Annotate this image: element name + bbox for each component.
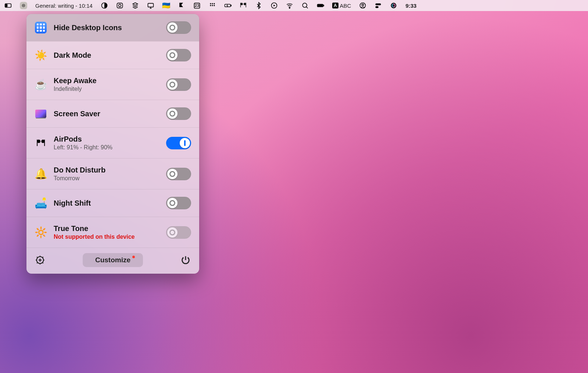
svg-rect-20 xyxy=(323,5,324,6)
row-subtitle: Left: 91% - Right: 90% xyxy=(54,144,159,151)
row-subtitle: Indefinitely xyxy=(54,86,159,92)
play-circle-icon[interactable] xyxy=(270,2,278,9)
row-keep-awake[interactable]: ☕️ Keep Awake Indefinitely xyxy=(26,69,199,100)
svg-point-23 xyxy=(362,4,364,6)
control-center-icon[interactable] xyxy=(374,2,382,9)
focus-status-text[interactable]: General: writing - 10:14 xyxy=(35,3,93,9)
user-icon[interactable] xyxy=(359,2,366,9)
row-screen-saver[interactable]: Screen Saver xyxy=(26,100,199,127)
calendar-icon[interactable]: 23 xyxy=(193,2,201,9)
wifi-icon[interactable] xyxy=(286,2,293,9)
grid-dots-icon[interactable] xyxy=(209,2,216,9)
svg-point-5 xyxy=(119,4,121,7)
flag-icon[interactable]: 🇺🇦 xyxy=(162,2,170,9)
menu-extra-1-icon[interactable] xyxy=(4,2,12,9)
svg-rect-24 xyxy=(376,3,381,5)
camera-shape-icon[interactable] xyxy=(116,2,123,9)
svg-point-8 xyxy=(210,3,211,4)
coffee-icon: ☕️ xyxy=(35,78,47,91)
toggle-dnd[interactable] xyxy=(166,168,191,180)
bell-icon: 🔔 xyxy=(35,168,47,180)
svg-point-13 xyxy=(214,5,215,6)
battery-charging-icon[interactable] xyxy=(224,2,232,9)
row-airpods[interactable]: ᖰᖳ AirPods Left: 91% - Right: 90% xyxy=(26,127,199,158)
row-title: Night Shift xyxy=(54,199,159,207)
airpods-icon[interactable]: ᖰᖳ xyxy=(240,2,247,9)
battery-full-icon[interactable] xyxy=(317,2,324,9)
screensaver-icon xyxy=(35,107,47,120)
bookmark-icon[interactable] xyxy=(178,2,185,9)
svg-point-9 xyxy=(212,3,213,4)
svg-rect-6 xyxy=(148,3,153,7)
row-subtitle: Not supported on this device xyxy=(54,234,159,240)
svg-point-30 xyxy=(39,259,41,261)
svg-point-11 xyxy=(210,5,211,6)
bluetooth-icon[interactable] xyxy=(255,2,262,9)
one-switch-icon[interactable] xyxy=(20,2,27,9)
grid-icon xyxy=(35,21,47,34)
svg-point-18 xyxy=(302,3,307,7)
row-dark-mode[interactable]: ☀️ Dark Mode xyxy=(26,41,199,69)
sun-icon: ☀️ xyxy=(35,49,47,61)
row-title: Do Not Disturb xyxy=(54,166,159,174)
row-true-tone[interactable]: 🔆 True Tone Not supported on this device xyxy=(26,217,199,248)
customize-label: Customize xyxy=(95,256,130,264)
svg-point-12 xyxy=(212,5,213,6)
row-title: AirPods xyxy=(54,135,159,143)
toggle-true-tone xyxy=(166,226,191,239)
menubar-clock[interactable]: 9:33 xyxy=(405,3,416,9)
calendar-day-label: 23 xyxy=(195,3,199,8)
svg-point-29 xyxy=(37,257,44,264)
lamp-icon: 🛋️ xyxy=(35,197,47,209)
menubar: General: writing - 10:14 🇺🇦 23 ᖰᖳ xyxy=(0,0,588,11)
toggle-airpods[interactable] xyxy=(166,137,191,149)
toggle-screen-saver[interactable] xyxy=(166,107,191,120)
row-do-not-disturb[interactable]: 🔔 Do Not Disturb Tomorrow xyxy=(26,158,199,189)
customize-button[interactable]: Customize xyxy=(83,253,143,267)
row-title: Dark Mode xyxy=(54,51,159,60)
settings-button[interactable] xyxy=(34,254,46,266)
svg-point-26 xyxy=(391,3,397,8)
svg-point-10 xyxy=(214,3,215,4)
row-title: Keep Awake xyxy=(54,77,159,85)
row-night-shift[interactable]: 🛋️ Night Shift xyxy=(26,189,199,217)
svg-rect-15 xyxy=(231,5,231,6)
one-switch-panel: Hide Desktop Icons ☀️ Dark Mode ☕️ Keep … xyxy=(26,14,199,274)
toggle-dark-mode[interactable] xyxy=(166,49,191,61)
input-source-icon[interactable]: A ABC xyxy=(332,2,351,9)
svg-rect-25 xyxy=(376,6,379,8)
svg-rect-1 xyxy=(6,4,7,7)
svg-point-17 xyxy=(289,8,290,8)
row-title: True Tone xyxy=(54,224,159,233)
display-icon[interactable] xyxy=(147,2,154,9)
search-icon[interactable] xyxy=(301,2,309,9)
input-source-label: ABC xyxy=(340,3,351,9)
notification-dot-icon xyxy=(132,256,135,258)
panel-footer: Customize xyxy=(26,248,199,274)
row-subtitle: Tomorrow xyxy=(54,175,159,182)
airpods-row-icon: ᖰᖳ xyxy=(35,137,47,149)
row-title: Hide Desktop Icons xyxy=(54,24,159,32)
true-tone-icon: 🔆 xyxy=(35,226,47,239)
toggle-keep-awake[interactable] xyxy=(166,78,191,91)
row-title: Screen Saver xyxy=(54,110,159,118)
toggle-night-shift[interactable] xyxy=(166,197,191,209)
toggle-hide-desktop-icons[interactable] xyxy=(166,21,191,34)
svg-point-2 xyxy=(22,4,25,7)
svg-rect-4 xyxy=(117,3,122,8)
row-hide-desktop-icons[interactable]: Hide Desktop Icons xyxy=(26,14,199,41)
power-button[interactable] xyxy=(179,254,192,266)
siri-icon[interactable] xyxy=(390,2,397,9)
stack-icon[interactable] xyxy=(132,2,139,9)
svg-rect-21 xyxy=(318,5,323,6)
moon-phase-icon[interactable] xyxy=(101,2,108,9)
